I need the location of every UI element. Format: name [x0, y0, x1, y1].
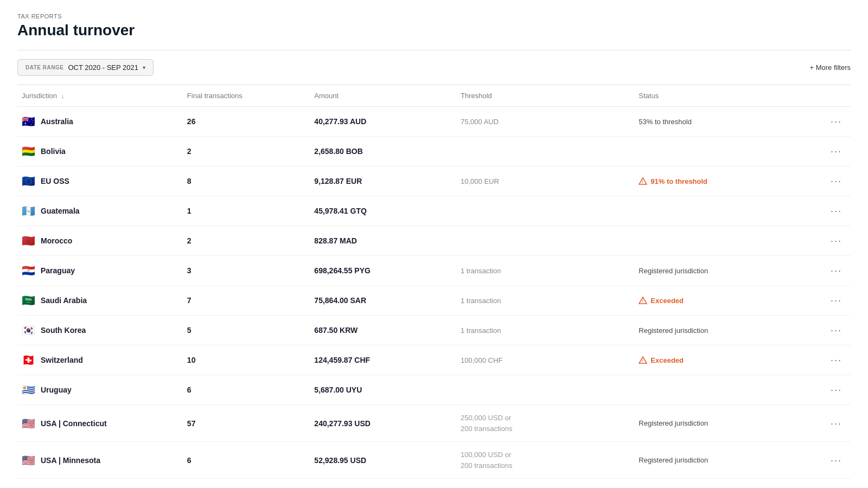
- table-row: 🇨🇭 Switzerland 10124,459.87 CHF100,000 C…: [17, 345, 851, 375]
- transactions-cell: 5: [183, 316, 310, 345]
- chevron-down-icon: ▾: [143, 65, 145, 70]
- flag-icon: 🇬🇹: [22, 206, 35, 216]
- threshold-cell: [456, 196, 634, 226]
- jurisdiction-table: Jurisdiction ↓ Final transactions Amount…: [17, 85, 851, 488]
- table-row: 🇺🇸 USA | Nebraska 1684,359.67 USD100,000…: [17, 479, 851, 489]
- date-range-button[interactable]: DATE RANGE OCT 2020 - SEP 2021 ▾: [17, 59, 154, 76]
- status-cell: ! 94% to threshold: [634, 479, 812, 489]
- jurisdiction-name: USA | Connecticut: [41, 419, 107, 428]
- status-cell: [634, 196, 812, 226]
- amount-cell: 84,359.67 USD: [310, 479, 456, 489]
- jurisdiction-cell: 🇺🇸 USA | Nebraska: [17, 479, 183, 489]
- actions-cell: ···: [813, 107, 851, 137]
- sort-arrow-icon: ↓: [61, 93, 65, 99]
- jurisdiction-cell: 🇰🇷 South Korea: [17, 316, 183, 345]
- transactions-cell: 57: [183, 405, 310, 442]
- date-range-label: DATE RANGE: [25, 65, 63, 70]
- table-row: 🇦🇺 Australia 2640,277.93 AUD75,000 AUD53…: [17, 107, 851, 137]
- status-cell: ! 91% to threshold: [634, 166, 812, 196]
- row-more-button[interactable]: ···: [826, 204, 846, 218]
- row-more-button[interactable]: ···: [826, 323, 846, 337]
- flag-icon: 🇵🇾: [22, 265, 35, 276]
- flag-icon: 🇲🇦: [22, 235, 35, 246]
- row-more-button[interactable]: ···: [826, 144, 846, 158]
- amount-cell: 698,264.55 PYG: [310, 256, 456, 286]
- exceeded-status: ! Exceeded: [639, 356, 808, 364]
- amount-cell: 687.50 KRW: [310, 316, 456, 345]
- more-filters-button[interactable]: + More filters: [810, 63, 851, 72]
- actions-cell: ···: [813, 196, 851, 226]
- row-more-button[interactable]: ···: [826, 453, 846, 467]
- flag-icon: 🇰🇷: [22, 325, 35, 336]
- transactions-cell: 2: [183, 226, 310, 256]
- transactions-cell: 26: [183, 107, 310, 137]
- row-more-button[interactable]: ···: [826, 416, 846, 431]
- date-range-value: OCT 2020 - SEP 2021: [68, 63, 138, 72]
- jurisdiction-cell: 🇺🇾 Uruguay: [17, 375, 183, 405]
- row-more-button[interactable]: ···: [826, 114, 846, 129]
- jurisdiction-cell: 🇦🇺 Australia: [17, 107, 183, 137]
- transactions-cell: 3: [183, 256, 310, 286]
- row-more-button[interactable]: ···: [826, 234, 846, 248]
- row-more-button[interactable]: ···: [826, 293, 846, 307]
- page-container: TAX REPORTS Annual turnover DATE RANGE O…: [0, 0, 868, 488]
- table-row: 🇲🇦 Morocco 2828.87 MAD···: [17, 226, 851, 256]
- jurisdiction-cell: 🇬🇹 Guatemala: [17, 196, 183, 226]
- flag-icon: 🇺🇸: [22, 418, 35, 429]
- page-title: Annual turnover: [17, 22, 851, 39]
- row-more-button[interactable]: ···: [826, 383, 846, 397]
- warning-status: ! 91% to threshold: [639, 177, 808, 185]
- row-more-button[interactable]: ···: [826, 264, 846, 278]
- amount-cell: 75,864.00 SAR: [310, 286, 456, 316]
- exceeded-status: ! Exceeded: [639, 297, 808, 305]
- row-more-button[interactable]: ···: [826, 174, 846, 188]
- actions-cell: ···: [813, 286, 851, 316]
- status-cell: [634, 375, 812, 405]
- actions-cell: ···: [813, 256, 851, 286]
- actions-cell: ···: [813, 375, 851, 405]
- status-cell: [634, 226, 812, 256]
- jurisdiction-cell: 🇲🇦 Morocco: [17, 226, 183, 256]
- amount-cell: 9,128.87 EUR: [310, 166, 456, 196]
- status-cell: Registered jurisdiction: [634, 256, 812, 286]
- jurisdiction-name: Paraguay: [41, 266, 75, 275]
- status-cell: 53% to threshold: [634, 107, 812, 137]
- col-header-jurisdiction[interactable]: Jurisdiction ↓: [17, 85, 183, 107]
- actions-cell: ···: [813, 479, 851, 489]
- table-row: 🇵🇾 Paraguay 3698,264.55 PYG1 transaction…: [17, 256, 851, 286]
- status-cell: Registered jurisdiction: [634, 442, 812, 479]
- filter-bar: DATE RANGE OCT 2020 - SEP 2021 ▾ + More …: [17, 59, 851, 76]
- transactions-cell: 16: [183, 479, 310, 489]
- amount-cell: 828.87 MAD: [310, 226, 456, 256]
- more-filters-label: + More filters: [810, 63, 851, 72]
- threshold-cell: [456, 137, 634, 166]
- table-row: 🇰🇷 South Korea 5687.50 KRW1 transactionR…: [17, 316, 851, 345]
- jurisdiction-name: Australia: [41, 117, 73, 126]
- jurisdiction-cell: 🇵🇾 Paraguay: [17, 256, 183, 286]
- jurisdiction-cell: 🇪🇺 EU OSS: [17, 166, 183, 196]
- jurisdiction-name: Uruguay: [41, 386, 72, 394]
- row-more-button[interactable]: ···: [826, 353, 846, 367]
- table-row: 🇪🇺 EU OSS 89,128.87 EUR10,000 EUR ! 91% …: [17, 166, 851, 196]
- threshold-cell: [456, 226, 634, 256]
- threshold-cell: 1 transaction: [456, 256, 634, 286]
- flag-icon: 🇺🇾: [22, 384, 35, 395]
- jurisdiction-name: Bolivia: [41, 147, 66, 156]
- jurisdiction-name: EU OSS: [41, 177, 69, 185]
- actions-cell: ···: [813, 405, 851, 442]
- threshold-cell: 1 transaction: [456, 286, 634, 316]
- jurisdiction-cell: 🇸🇦 Saudi Arabia: [17, 286, 183, 316]
- warning-triangle-icon: !: [639, 297, 647, 304]
- amount-cell: 2,658.80 BOB: [310, 137, 456, 166]
- status-cell: [634, 137, 812, 166]
- transactions-cell: 1: [183, 196, 310, 226]
- amount-cell: 52,928.95 USD: [310, 442, 456, 479]
- threshold-cell: 100,000 CHF: [456, 345, 634, 375]
- table-row: 🇸🇦 Saudi Arabia 775,864.00 SAR1 transact…: [17, 286, 851, 316]
- amount-cell: 5,687.00 UYU: [310, 375, 456, 405]
- threshold-cell: 100,000 USD or200 transactions: [456, 442, 634, 479]
- transactions-cell: 7: [183, 286, 310, 316]
- jurisdiction-cell: 🇺🇸 USA | Minnesota: [17, 442, 183, 479]
- transactions-cell: 10: [183, 345, 310, 375]
- threshold-cell: 100,000 USD or: [456, 479, 634, 489]
